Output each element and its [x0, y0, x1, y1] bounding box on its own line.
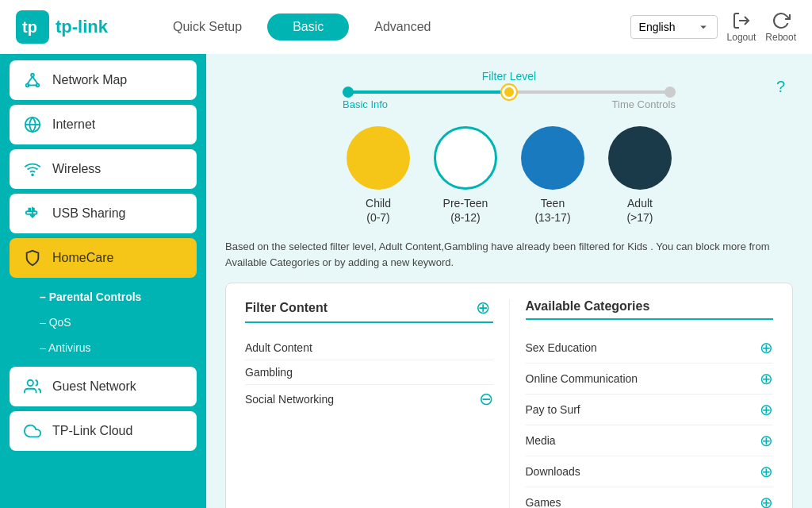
sidebar-sub-menu: – Parental Controls – QoS – Antivirus — [10, 283, 197, 362]
logo: tp tp-link — [16, 10, 108, 44]
age-option-teen[interactable]: Teen (13-17) — [521, 126, 584, 225]
sidebar-item-usb-sharing[interactable]: USB Sharing — [10, 194, 197, 233]
avail-label-sex-education: Sex Education — [526, 341, 597, 354]
sidebar-label-usb-sharing: USB Sharing — [52, 206, 126, 221]
available-categories-col: Available Categories Sex Education ⊕ Onl… — [509, 299, 774, 508]
filter-bar[interactable] — [225, 90, 793, 94]
sidebar-label-homecare: HomeCare — [52, 251, 113, 265]
age-label-teen: Teen — [541, 197, 565, 210]
age-sub-adult: (>17) — [626, 211, 653, 224]
sidebar-item-internet[interactable]: Internet — [10, 105, 197, 144]
info-text: Based on the selected filter level, Adul… — [225, 239, 793, 270]
tab-quick-setup[interactable]: Quick Setup — [147, 13, 267, 40]
sidebar-sub-antivirus[interactable]: – Antivirus — [29, 337, 197, 359]
sidebar-label-network-map: Network Map — [52, 73, 127, 87]
filter-panel-columns: Filter Content ⊕ Adult Content Gambling … — [245, 299, 773, 508]
age-sub-child: (0-7) — [366, 211, 390, 224]
sidebar-label-tp-link-cloud: TP-Link Cloud — [52, 424, 132, 438]
filter-panel: Filter Content ⊕ Adult Content Gambling … — [225, 283, 793, 508]
sidebar-sub-qos[interactable]: – QoS — [29, 311, 197, 333]
homecare-icon — [24, 249, 41, 267]
sidebar-item-guest-network[interactable]: Guest Network — [10, 367, 197, 406]
svg-line-6 — [28, 76, 33, 83]
filter-content-title: Filter Content — [245, 301, 327, 315]
tp-link-logo-icon: tp — [16, 10, 49, 44]
age-label-adult: Adult — [627, 197, 653, 210]
main-layout: Network Map Internet Wireless USB Shar — [0, 54, 812, 508]
age-label-child: Child — [366, 197, 391, 210]
logout-icon — [732, 11, 751, 30]
cloud-icon — [24, 422, 41, 440]
filter-label-basic-info: Basic Info — [343, 98, 388, 110]
logo-text: tp-link — [56, 17, 108, 37]
available-categories-header: Available Categories — [526, 299, 774, 320]
wireless-icon — [24, 160, 41, 178]
filter-level-title: Filter Level — [225, 70, 793, 83]
guest-icon — [24, 378, 41, 395]
age-circle-adult — [608, 126, 672, 190]
avail-item-games: Games ⊕ — [526, 487, 774, 508]
age-circle-child — [347, 126, 410, 190]
sidebar-sub-parental-controls[interactable]: – Parental Controls — [29, 286, 197, 308]
sidebar: Network Map Internet Wireless USB Shar — [0, 54, 206, 508]
avail-item-media: Media ⊕ — [526, 425, 774, 456]
logout-label: Logout — [727, 32, 756, 43]
sidebar-item-wireless[interactable]: Wireless — [10, 149, 197, 189]
filter-item-gambling: Gambling — [245, 360, 493, 385]
available-categories-title: Available Categories — [526, 299, 650, 314]
sidebar-label-internet: Internet — [52, 117, 95, 132]
reboot-icon — [772, 11, 791, 30]
svg-line-7 — [33, 76, 37, 83]
avail-label-online-communication: Online Communication — [526, 372, 638, 385]
age-option-adult[interactable]: Adult (>17) — [608, 126, 672, 225]
filter-item-label-gambling: Gambling — [245, 366, 293, 379]
avail-add-online-communication[interactable]: ⊕ — [760, 369, 773, 388]
logout-button[interactable]: Logout — [727, 11, 756, 43]
network-map-icon — [24, 71, 41, 89]
avail-add-media[interactable]: ⊕ — [760, 431, 773, 450]
filter-item-label-adult-content: Adult Content — [245, 341, 312, 354]
filter-content-col: Filter Content ⊕ Adult Content Gambling … — [245, 299, 509, 508]
avail-add-pay-to-surf[interactable]: ⊕ — [760, 400, 773, 419]
age-circle-pre-teen — [434, 126, 497, 190]
avail-label-pay-to-surf: Pay to Surf — [526, 403, 580, 416]
avail-label-games: Games — [526, 496, 561, 508]
svg-text:tp: tp — [22, 18, 37, 36]
filter-content-add-button[interactable]: ⊕ — [476, 299, 493, 317]
sidebar-item-homecare[interactable]: HomeCare — [10, 238, 197, 278]
avail-add-sex-education[interactable]: ⊕ — [760, 338, 773, 357]
age-sub-teen: (13-17) — [534, 211, 570, 224]
age-circles: Child (0-7) Pre-Teen (8-12) Teen (13-1 — [225, 126, 793, 225]
tab-basic[interactable]: Basic — [267, 13, 349, 40]
filter-label-time-controls: Time Controls — [612, 98, 676, 110]
avail-add-games[interactable]: ⊕ — [760, 493, 773, 508]
filter-item-adult-content: Adult Content — [245, 336, 493, 360]
avail-add-downloads[interactable]: ⊕ — [760, 462, 773, 481]
content-inner: ? Filter Level Basic Info Time Controls — [225, 70, 793, 508]
filter-dot-mid — [502, 85, 516, 99]
age-option-pre-teen[interactable]: Pre-Teen (8-12) — [434, 126, 497, 225]
filter-item-label-social-networking: Social Networking — [245, 393, 334, 406]
filter-dot-end — [665, 87, 676, 98]
filter-level-section: Filter Level Basic Info Time Controls — [225, 70, 793, 110]
age-sub-pre-teen: (8-12) — [450, 211, 480, 224]
reboot-button[interactable]: Reboot — [765, 11, 796, 43]
reboot-label: Reboot — [765, 32, 796, 43]
language-select[interactable]: English — [630, 15, 718, 39]
sidebar-item-network-map[interactable]: Network Map — [10, 60, 197, 100]
sidebar-label-wireless: Wireless — [52, 162, 101, 176]
tab-advanced[interactable]: Advanced — [349, 13, 456, 40]
sidebar-item-tp-link-cloud[interactable]: TP-Link Cloud — [10, 411, 197, 451]
filter-content-header: Filter Content ⊕ — [245, 299, 493, 323]
age-circle-teen — [521, 126, 584, 190]
sidebar-label-guest-network: Guest Network — [52, 379, 136, 394]
filter-dot-start — [343, 87, 354, 98]
svg-point-11 — [32, 174, 33, 175]
svg-point-3 — [31, 74, 34, 77]
filter-item-remove-social-networking[interactable]: ⊖ — [479, 391, 493, 408]
avail-item-downloads: Downloads ⊕ — [526, 456, 774, 487]
avail-label-downloads: Downloads — [526, 465, 580, 478]
header-right: English Logout Reboot — [630, 11, 796, 43]
internet-icon — [24, 116, 41, 133]
age-option-child[interactable]: Child (0-7) — [347, 126, 410, 225]
